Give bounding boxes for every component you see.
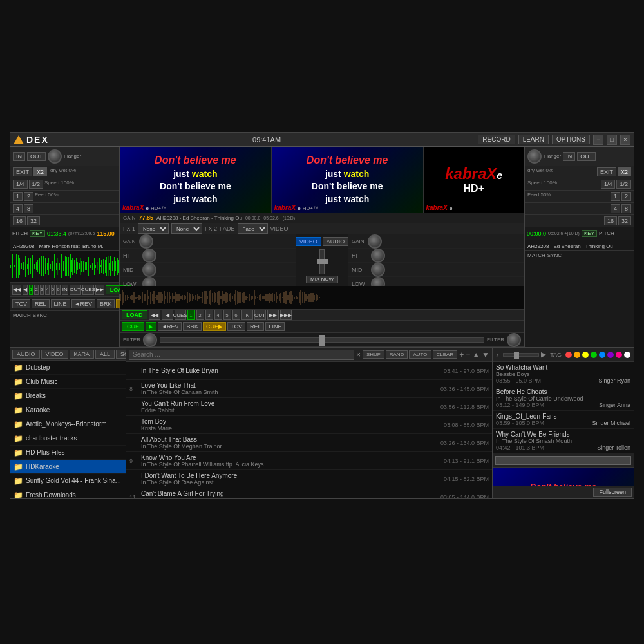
playlist-row-0[interactable]: So Whatcha Want Beastie Boys 03:55 - 95.… xyxy=(493,362,634,386)
left-8-button[interactable]: 8 xyxy=(24,204,33,213)
fx1-select[interactable]: None xyxy=(138,223,169,234)
right-rewind-button[interactable]: ◀◀ xyxy=(149,310,160,320)
shuf-button[interactable]: SHUF xyxy=(363,350,384,359)
right-32-button[interactable]: 32 xyxy=(618,216,631,225)
fx1-select2[interactable]: None xyxy=(171,223,202,234)
track-row-1[interactable]: 8 Love You Like That In The Style Of Can… xyxy=(126,380,492,398)
options-button[interactable]: OPTIONS xyxy=(552,135,590,144)
left-cue2[interactable]: 2 xyxy=(34,285,38,295)
track-row-2[interactable]: You Can't Run From Love Eddie Rabbit 03:… xyxy=(126,398,492,416)
close-button[interactable]: × xyxy=(620,135,630,145)
playlist-play-icon[interactable]: ▶ xyxy=(541,350,546,359)
left-rewind-button[interactable]: ◀◀ xyxy=(12,285,21,295)
folder-club-music[interactable]: 📁 Club Music xyxy=(10,375,126,389)
right-rel-button[interactable]: REL xyxy=(247,322,265,331)
auto-button[interactable]: AUTO xyxy=(409,350,431,359)
track-row-3[interactable]: Tom Boy Krista Marie 03:08 - 85.0 BPM xyxy=(126,416,492,434)
right-rev-button[interactable]: ◄REV xyxy=(158,322,182,331)
main-fader[interactable] xyxy=(319,249,325,274)
search-input[interactable] xyxy=(129,350,354,360)
track-row-4[interactable]: All About That Bass In The Style Of Megh… xyxy=(126,434,492,452)
folder-dubstep[interactable]: 📁 Dubstep xyxy=(10,361,126,375)
right-x2-button[interactable]: X2 xyxy=(618,167,631,176)
right-line-button[interactable]: LINE xyxy=(265,322,285,331)
left-out-button[interactable]: OUT xyxy=(27,152,46,161)
left-rev-button[interactable]: ◄REV xyxy=(71,299,95,308)
left-line-button[interactable]: LINE xyxy=(51,299,70,308)
playlist-row-1[interactable]: Before He Cheats In The Style Of Carrie … xyxy=(493,386,634,411)
folder-sunfly[interactable]: 📁 Sunfly Gold Vol 44 - Frank Sina... xyxy=(10,474,126,488)
right-cue-green-button[interactable]: CUE xyxy=(122,322,144,331)
tag-dot-red[interactable] xyxy=(565,352,572,358)
right-cue3[interactable]: 3 xyxy=(205,310,213,320)
playlist-row-2[interactable]: Kings_Of_Leon-Fans 03:59 - 105.0 BPM Sin… xyxy=(493,411,634,429)
left-cue5[interactable]: 5 xyxy=(51,285,55,295)
right-ffwd2-button[interactable]: ▶▶▶ xyxy=(280,310,292,320)
right-load-button[interactable]: LOAD xyxy=(122,310,147,319)
right-out-top-button[interactable]: OUT xyxy=(577,152,596,161)
tag-dot-blue[interactable] xyxy=(599,352,605,358)
right-gain-knob[interactable] xyxy=(368,234,382,249)
right-prev-button[interactable]: ◀ xyxy=(162,310,173,320)
right-1-2-button[interactable]: 1/2 xyxy=(616,180,631,189)
left-4-button[interactable]: 4 xyxy=(13,204,23,213)
right-in-top-button[interactable]: IN xyxy=(563,152,575,161)
down-button[interactable]: ▼ xyxy=(482,350,489,359)
left-1-2-button[interactable]: 1/2 xyxy=(29,180,44,189)
right-cue-arrow-button[interactable]: CUE▶ xyxy=(203,322,226,331)
right-mid-knob[interactable] xyxy=(371,263,385,277)
right-16-button[interactable]: 16 xyxy=(604,216,617,225)
left-out-button2[interactable]: OUT xyxy=(70,285,81,295)
right-in-button[interactable]: IN xyxy=(242,310,253,320)
tag-dot-purple[interactable] xyxy=(607,352,614,358)
left-exit-button[interactable]: EXIT xyxy=(13,167,32,176)
left-1-4-button[interactable]: 1/4 xyxy=(13,180,28,189)
filter-knob[interactable] xyxy=(143,333,157,347)
track-row-0[interactable]: In The Style Of Luke Bryan 03:41 - 97.0 … xyxy=(126,362,492,380)
left-x2-button[interactable]: X2 xyxy=(33,167,47,176)
left-cue6[interactable]: 6 xyxy=(56,285,60,295)
folder-arctic[interactable]: 📁 Arctic_Monkeys--Brianstorm xyxy=(10,417,126,431)
right-exit-button[interactable]: EXIT xyxy=(597,167,616,176)
right-play-button[interactable]: ▶ xyxy=(146,322,156,331)
left-flanger-knob[interactable] xyxy=(48,149,62,164)
kara-tab[interactable]: KARA xyxy=(70,350,95,359)
tag-dot-pink[interactable] xyxy=(616,352,622,358)
fullscreen-button[interactable]: Fullscreen xyxy=(593,488,632,497)
crossfader[interactable] xyxy=(160,337,484,343)
track-row-5[interactable]: 9 Know Who You Are In The Style Of Pharr… xyxy=(126,452,492,470)
tag-dot-white[interactable] xyxy=(624,352,630,358)
minimize-button[interactable]: − xyxy=(593,135,603,145)
right-tcv-button[interactable]: TCV xyxy=(227,322,245,331)
left-cue1[interactable]: 1 xyxy=(29,285,33,295)
right-cue1[interactable]: 1 xyxy=(187,310,195,320)
left-cue3[interactable]: 3 xyxy=(40,285,44,295)
video-toggle[interactable]: VIDEO xyxy=(296,237,321,246)
learn-button[interactable]: LEARN xyxy=(518,135,549,144)
left-16-button[interactable]: 16 xyxy=(13,216,26,225)
audio-toggle[interactable]: AUDIO xyxy=(323,237,349,246)
tag-dot-orange[interactable] xyxy=(574,352,580,358)
right-8-button[interactable]: 8 xyxy=(621,204,631,213)
right-cue6[interactable]: 6 xyxy=(232,310,240,320)
left-ffwd-button[interactable]: ▶▶ xyxy=(95,285,104,295)
filter-right-knob[interactable] xyxy=(507,333,521,347)
right-hi-knob[interactable] xyxy=(371,249,385,263)
folder-karaoke[interactable]: 📁 Karaoke xyxy=(10,403,126,417)
left-rel-button[interactable]: REL xyxy=(32,299,50,308)
left-cue4[interactable]: 4 xyxy=(45,285,49,295)
right-cue5[interactable]: 5 xyxy=(223,310,231,320)
folder-hd-plus[interactable]: 📁 HD Plus Files xyxy=(10,446,126,460)
search-clear-button[interactable]: × xyxy=(356,350,361,359)
maximize-button[interactable]: □ xyxy=(607,135,617,145)
mix-now-button[interactable]: MIX NOW xyxy=(306,276,338,284)
right-ffwd-button[interactable]: ▶▶ xyxy=(267,310,279,320)
left-cues-button[interactable]: CUES xyxy=(82,285,94,295)
left-hi-knob[interactable] xyxy=(142,249,156,263)
track-row-6[interactable]: I Don't Want To Be Here Anymore In The S… xyxy=(126,470,492,488)
right-1-button[interactable]: 1 xyxy=(611,192,620,201)
right-flanger-knob[interactable] xyxy=(527,149,542,164)
remove-button[interactable]: − xyxy=(466,350,470,359)
folder-breaks[interactable]: 📁 Breaks xyxy=(10,389,126,403)
left-1-button[interactable]: 1 xyxy=(13,192,23,201)
